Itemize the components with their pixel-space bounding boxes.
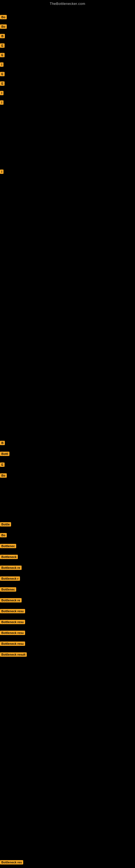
badge-15: Bo	[0, 473, 7, 478]
badge-26: Bottleneck resu	[0, 631, 25, 635]
badge-14: E	[0, 463, 5, 467]
badge-1: Bo	[0, 15, 7, 19]
badge-8: E	[0, 82, 5, 86]
badge-29: Bottleneck res	[0, 860, 23, 865]
badge-27: Bottleneck resu	[0, 642, 25, 646]
badge-28: Bottleneck result	[0, 652, 27, 657]
badge-25: Bottleneck resu	[0, 620, 25, 624]
badge-18: Bottlenec	[0, 544, 16, 548]
badge-16: Bottle	[0, 522, 11, 527]
badge-5: E	[0, 53, 5, 57]
badge-20: Bottleneck re	[0, 565, 21, 570]
badge-11: I	[0, 169, 3, 174]
badge-19: Bottleneck	[0, 555, 18, 559]
badge-17: Bo	[0, 533, 7, 537]
badge-9: I	[0, 91, 3, 95]
badge-24: Bottleneck resu	[0, 609, 25, 613]
badge-13: Bottl	[0, 452, 9, 456]
badge-6: I	[0, 62, 3, 67]
badge-3: B	[0, 34, 5, 38]
badge-22: Bottlenec	[0, 587, 16, 592]
badge-7: E	[0, 72, 5, 76]
site-title: TheBottlenecker.com	[0, 0, 135, 7]
badge-12: B	[0, 441, 5, 445]
badge-2: Bo	[0, 24, 7, 29]
badge-10: I	[0, 100, 3, 105]
badge-23: Bottleneck re	[0, 598, 21, 602]
badge-21: Bottleneck r	[0, 577, 20, 581]
badge-4: E	[0, 43, 5, 48]
